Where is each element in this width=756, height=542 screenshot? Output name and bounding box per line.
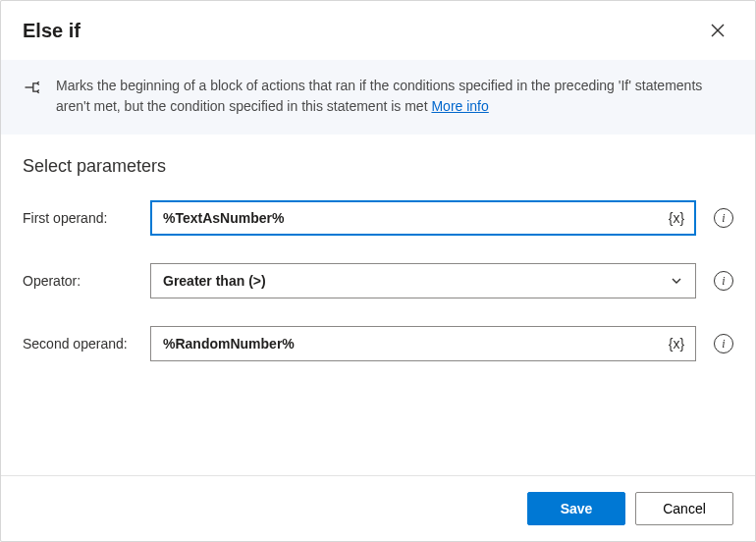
dialog-content: Select parameters First operand: {x} i O…	[1, 135, 755, 475]
dialog-title: Else if	[23, 20, 81, 42]
branch-icon	[23, 78, 42, 97]
operator-info-button[interactable]: i	[714, 271, 733, 291]
second-operand-input[interactable]	[150, 326, 696, 361]
dialog-header: Else if	[1, 1, 755, 60]
operator-select[interactable]: Greater than (>)	[150, 263, 696, 298]
second-operand-info-button[interactable]: i	[714, 334, 733, 353]
description-content: Marks the beginning of a block of action…	[56, 78, 702, 114]
save-button[interactable]: Save	[527, 492, 625, 525]
first-operand-label: First operand:	[23, 210, 138, 226]
operator-value: Greater than (>)	[163, 273, 266, 289]
chevron-down-icon[interactable]	[665, 269, 688, 293]
description-text: Marks the beginning of a block of action…	[56, 76, 733, 117]
cancel-button[interactable]: Cancel	[635, 492, 733, 525]
section-title: Select parameters	[23, 156, 733, 177]
operator-row: Operator: Greater than (>) i	[23, 263, 733, 298]
first-operand-row: First operand: {x} i	[23, 200, 733, 236]
first-operand-input[interactable]	[150, 200, 696, 236]
first-operand-field-wrap: {x}	[150, 200, 696, 236]
variable-picker-icon[interactable]: {x}	[665, 332, 688, 355]
operator-label: Operator:	[23, 273, 138, 289]
description-bar: Marks the beginning of a block of action…	[1, 60, 755, 135]
first-operand-info-button[interactable]: i	[714, 208, 733, 228]
dialog-footer: Save Cancel	[1, 475, 755, 541]
close-button[interactable]	[702, 15, 733, 46]
second-operand-field-wrap: {x}	[150, 326, 696, 361]
else-if-dialog: Else if Marks the beginning of a block o…	[0, 0, 756, 542]
operator-field-wrap: Greater than (>)	[150, 263, 696, 298]
close-icon	[711, 24, 725, 37]
second-operand-row: Second operand: {x} i	[23, 326, 733, 361]
more-info-link[interactable]: More info	[431, 98, 488, 114]
second-operand-label: Second operand:	[23, 336, 138, 352]
variable-picker-icon[interactable]: {x}	[665, 206, 688, 230]
